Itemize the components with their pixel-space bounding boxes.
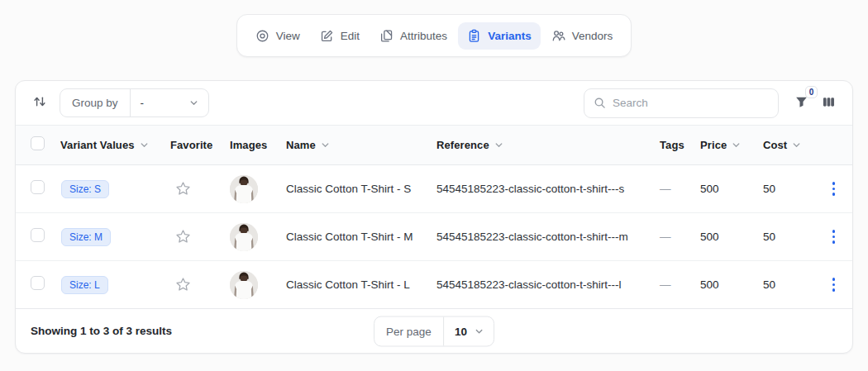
group-by-value: - <box>131 97 188 109</box>
variant-value-badge: Size: S <box>61 180 109 198</box>
per-page-control[interactable]: Per page 10 <box>374 316 494 346</box>
column-header-favorite: Favorite <box>170 139 230 151</box>
search-box <box>584 88 779 118</box>
variant-name: Classic Cotton T-Shirt - M <box>286 231 436 243</box>
vendors-icon <box>551 29 565 43</box>
variant-price: 500 <box>700 183 763 195</box>
variant-name: Classic Cotton T-Shirt - L <box>286 278 436 291</box>
variant-cost: 50 <box>763 183 829 195</box>
results-count: Showing 1 to 3 of 3 results <box>31 325 172 337</box>
search-icon <box>594 97 606 109</box>
chevron-down-icon <box>791 140 802 150</box>
row-actions-kebab[interactable] <box>830 226 838 247</box>
tab-bar: View Edit Attributes Variants Vendors <box>236 14 632 57</box>
tab-label: Edit <box>341 30 360 42</box>
column-header-variant-values[interactable]: Variant Values <box>60 139 170 151</box>
tab-label: Attributes <box>400 30 447 42</box>
variant-name: Classic Cotton T-Shirt - S <box>286 183 436 195</box>
columns-icon <box>822 95 836 112</box>
column-header-images: Images <box>230 139 286 151</box>
variant-image <box>230 175 258 203</box>
row-checkbox[interactable] <box>31 228 45 242</box>
variant-price: 500 <box>700 278 763 291</box>
sort-button[interactable] <box>31 93 49 113</box>
tab-variants[interactable]: Variants <box>458 22 541 50</box>
tab-label: Variants <box>488 30 532 42</box>
table-row[interactable]: Size: M Classic Cotton T-Shirt - M 54545… <box>16 213 852 261</box>
filter-count-badge: 0 <box>805 86 818 98</box>
variant-price: 500 <box>700 231 763 243</box>
chevron-down-icon <box>139 140 150 150</box>
chevron-down-icon <box>474 326 484 336</box>
favorite-star-icon[interactable] <box>174 180 192 197</box>
row-checkbox[interactable] <box>31 180 45 194</box>
chevron-down-icon <box>188 98 199 108</box>
eye-icon <box>255 29 269 43</box>
attributes-icon <box>379 29 393 43</box>
columns-button[interactable] <box>820 93 837 113</box>
chevron-down-icon <box>731 140 742 150</box>
row-actions-kebab[interactable] <box>830 178 838 199</box>
per-page-label: Per page <box>374 325 443 337</box>
variants-icon <box>467 29 481 43</box>
tab-label: View <box>276 30 300 42</box>
table-footer: Showing 1 to 3 of 3 results Per page 10 <box>16 309 852 353</box>
per-page-value: 10 <box>444 325 474 337</box>
search-input[interactable] <box>613 97 769 109</box>
chevron-down-icon <box>320 140 331 150</box>
tab-view[interactable]: View <box>246 22 309 50</box>
filter-button[interactable]: 0 <box>793 93 810 113</box>
favorite-star-icon[interactable] <box>174 276 192 293</box>
variant-image <box>230 223 258 251</box>
row-actions-kebab[interactable] <box>830 274 838 295</box>
variant-reference: 54545185223-classic-cotton-t-shirt---m <box>436 231 660 243</box>
variant-reference: 54545185223-classic-cotton-t-shirt---s <box>436 183 660 195</box>
sort-arrows-icon <box>32 94 47 112</box>
table-toolbar: Group by - 0 <box>16 81 852 126</box>
tab-attributes[interactable]: Attributes <box>370 22 456 50</box>
favorite-star-icon[interactable] <box>174 228 192 245</box>
table-row[interactable]: Size: S Classic Cotton T-Shirt - S 54545… <box>16 165 852 213</box>
variant-value-badge: Size: M <box>61 228 111 246</box>
variant-image <box>230 271 258 299</box>
variants-table-panel: Group by - 0 <box>15 80 853 354</box>
select-all-checkbox[interactable] <box>31 136 45 150</box>
table-header: Variant Values Favorite Images Name Refe… <box>16 126 852 165</box>
variant-cost: 50 <box>763 231 829 243</box>
tab-edit[interactable]: Edit <box>311 22 369 50</box>
chevron-down-icon <box>494 140 504 150</box>
group-by-label: Group by <box>60 97 130 109</box>
column-header-tags: Tags <box>660 139 700 151</box>
group-by-control[interactable]: Group by - <box>60 88 209 117</box>
variant-tags: — <box>660 278 700 291</box>
variant-reference: 54545185223-classic-cotton-t-shirt---l <box>436 278 660 291</box>
variant-cost: 50 <box>763 278 829 291</box>
column-header-reference[interactable]: Reference <box>436 139 660 151</box>
variant-tags: — <box>660 183 700 195</box>
table-row[interactable]: Size: L Classic Cotton T-Shirt - L 54545… <box>16 261 852 309</box>
select-all-cell <box>31 136 60 154</box>
column-header-price[interactable]: Price <box>700 139 763 151</box>
column-header-cost[interactable]: Cost <box>763 139 829 151</box>
product-variants-page: View Edit Attributes Variants Vendors Gr… <box>0 14 868 354</box>
tab-vendors[interactable]: Vendors <box>542 22 622 50</box>
column-header-name[interactable]: Name <box>286 139 436 151</box>
tab-label: Vendors <box>572 30 613 42</box>
variant-tags: — <box>660 231 700 243</box>
row-checkbox[interactable] <box>31 276 45 290</box>
table-body: Size: S Classic Cotton T-Shirt - S 54545… <box>16 165 852 309</box>
variant-value-badge: Size: L <box>61 276 108 294</box>
edit-icon <box>320 29 334 43</box>
